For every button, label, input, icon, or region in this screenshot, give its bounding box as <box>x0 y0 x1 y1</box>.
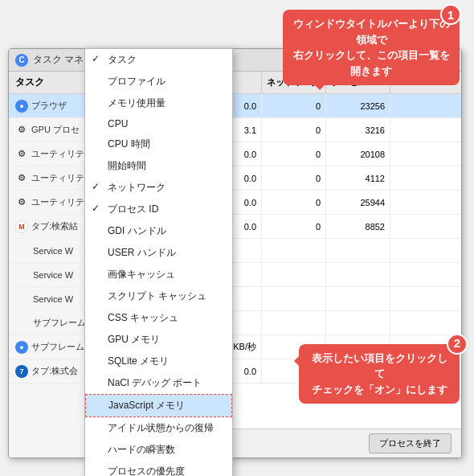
menu-item[interactable]: ネットワーク <box>85 177 232 199</box>
menu-item[interactable]: CPU 時間 <box>85 133 232 155</box>
stocks-icon: 7 <box>15 365 28 378</box>
task-name: ユーティリテ <box>31 172 84 184</box>
net-cell: 0 <box>262 191 326 214</box>
menu-item[interactable]: USER ハンドル <box>85 242 232 264</box>
task-name: Service W <box>33 294 73 304</box>
pid-cell <box>326 287 390 310</box>
chrome-icon: ● <box>15 341 28 354</box>
badge-2: 2 <box>447 334 468 355</box>
menu-item[interactable]: プロファイル <box>85 71 232 92</box>
task-name: タブ:検索結 <box>31 220 78 232</box>
menu-item[interactable]: 画像キャッシュ <box>85 264 232 285</box>
chrome-icon: ● <box>15 100 28 113</box>
pid-cell <box>326 239 390 262</box>
net-cell: 0 <box>262 94 326 117</box>
net-cell <box>262 263 326 286</box>
callout1-text: ウィンドウタイトルバーより下の領域で 右クリックして、この項目一覧を開きます <box>293 18 450 77</box>
gear-icon: ⚙ <box>15 124 28 137</box>
context-menu: タスクプロファイルメモリ使用量CPUCPU 時間開始時間ネットワークプロセス I… <box>84 48 233 476</box>
menu-item[interactable]: SQLite メモリ <box>85 351 232 372</box>
menu-item[interactable]: NaCl デバッグ ポート <box>85 372 232 394</box>
task-name: Service W <box>33 270 73 280</box>
pid-cell: 23256 <box>326 94 390 117</box>
gear-icon: ⚙ <box>15 196 28 209</box>
menu-item[interactable]: アイドル状態からの復帰 <box>85 417 232 439</box>
menu-item[interactable]: 開始時間 <box>85 155 232 177</box>
net-cell: 0 <box>262 166 326 190</box>
pid-cell <box>326 311 390 334</box>
pid-cell: 3216 <box>326 118 390 142</box>
pid-cell: 8852 <box>326 215 390 238</box>
pid-cell <box>326 263 390 286</box>
net-cell: 0 <box>262 118 326 142</box>
badge-1: 1 <box>440 4 461 25</box>
menu-item[interactable]: メモリ使用量 <box>85 92 232 114</box>
pid-cell: 4112 <box>326 166 390 190</box>
menu-item[interactable]: GDI ハンドル <box>85 220 232 242</box>
task-name: サブフレーム <box>33 317 86 329</box>
net-cell <box>262 239 326 262</box>
menu-item[interactable]: ハードの瞬害数 <box>85 439 232 461</box>
net-cell: 0 <box>262 142 326 166</box>
chrome-icon: C <box>15 54 28 67</box>
menu-item[interactable]: スクリプト キャッシュ <box>85 285 232 307</box>
menu-items-container: タスクプロファイルメモリ使用量CPUCPU 時間開始時間ネットワークプロセス I… <box>85 49 232 476</box>
task-name: サブフレーム <box>31 341 84 353</box>
gear-icon: ⚙ <box>15 148 28 161</box>
callout-bubble-2: 2 表示したい項目をクリックして チェックを「オン」にします <box>299 344 460 404</box>
task-name: Service W <box>33 246 73 256</box>
end-process-button[interactable]: プロセスを終了 <box>369 433 452 453</box>
menu-item[interactable]: タスク <box>85 49 232 71</box>
pid-cell: 25944 <box>326 191 390 214</box>
menu-item[interactable]: プロセス ID <box>85 199 232 220</box>
menu-item[interactable]: CSS キャッシュ <box>85 307 232 329</box>
task-name: ユーティリテ <box>31 148 84 160</box>
net-cell <box>262 311 326 334</box>
menu-item[interactable]: プロセスの優先度 <box>85 461 232 476</box>
net-cell <box>262 287 326 310</box>
menu-item[interactable]: JavaScript メモリ <box>85 394 232 417</box>
gear-icon: ⚙ <box>15 172 28 185</box>
pid-cell: 20108 <box>326 142 390 166</box>
task-name: ブラウザ <box>31 100 67 112</box>
task-name: タブ:株式会 <box>31 365 78 377</box>
task-name: ユーティリテ <box>31 196 84 208</box>
callout-bubble-1: ウィンドウタイトルバーより下の領域で 右クリックして、この項目一覧を開きます <box>283 10 460 85</box>
net-cell: 0 <box>262 215 326 238</box>
menu-item[interactable]: GPU メモリ <box>85 329 232 351</box>
callout2-text: 表示したい項目をクリックして チェックを「オン」にします <box>312 352 447 396</box>
menu-item[interactable]: CPU <box>85 114 232 133</box>
gmail-icon: M <box>15 220 28 233</box>
task-name: GPU プロセ <box>31 124 80 136</box>
